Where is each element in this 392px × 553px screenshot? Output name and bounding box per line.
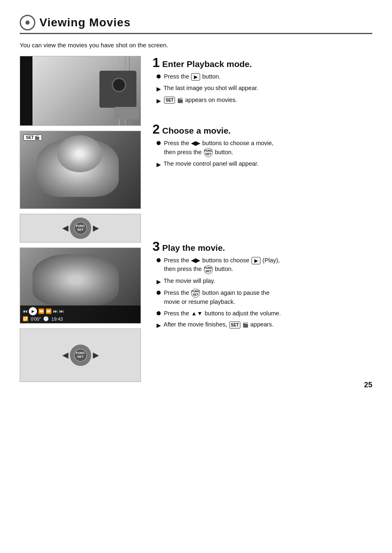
playback-bar: ⏮ ▶ ⏪ ⏩ ⏭ ⏭ 🔁 0'00" 🕐: [20, 305, 141, 323]
intro-text: You can view the movies you have shot on…: [20, 42, 372, 49]
image-func-controls-2: ◀ FUNCSET ▶: [20, 329, 141, 382]
arrow-icon: ▶: [157, 97, 161, 105]
func-set-button-label: FUNCSET: [204, 265, 213, 274]
bullet-dot: [157, 258, 161, 262]
step-3-title: Play the movie.: [162, 243, 225, 253]
bullet-dot: [157, 74, 161, 79]
playback-time-value: 0'00": [31, 317, 41, 322]
step-3-content: Press the ◀▶ buttons to choose ▶ (Play),…: [152, 256, 372, 330]
right-steps-column: 1 Enter Playback mode. Press the ▶ butto…: [152, 56, 372, 382]
set-badge-inline-2: SET: [229, 322, 240, 329]
step-3-bullet-3: Press the FUNCSET button again to pause …: [157, 289, 372, 307]
bullet-dot: [157, 311, 161, 315]
page-title: Viewing Movies: [39, 16, 131, 29]
step-1-number: 1: [152, 56, 160, 69]
main-layout: SET 🎬 ◀ FUNCSET: [20, 56, 372, 382]
step-2-number: 2: [152, 123, 160, 136]
page-number: 25: [364, 381, 372, 389]
arrow-icon: ▶: [157, 160, 161, 169]
step-1-block: 1 Enter Playback mode. Press the ▶ butto…: [152, 56, 372, 108]
arrow-icon: ▶: [157, 321, 161, 330]
func-set-button-label-2: FUNCSET: [191, 289, 200, 298]
end-icon: ⏭: [59, 308, 64, 314]
slow-icon: ⏩: [46, 308, 52, 314]
step-2-bullet-2: ▶ The movie control panel will appear.: [157, 160, 372, 169]
step-1-bullet-1: Press the ▶ button.: [157, 72, 372, 81]
header-circle-icon: [20, 15, 35, 30]
step-2-content: Press the ◀▶ buttons to choose a movie,t…: [152, 139, 372, 169]
page-header: Viewing Movies: [20, 15, 372, 34]
step-1-content: Press the ▶ button. ▶ The last image you…: [152, 72, 372, 105]
play-triangle-icon: ▶: [251, 257, 261, 264]
func-set-button-label: FUNCSET: [204, 148, 213, 157]
arrow-icon: ▶: [157, 278, 161, 286]
next-frame-icon: ⏭: [53, 308, 58, 314]
prev-frame-icon: ⏪: [38, 308, 44, 314]
image-dog-set-badge: SET 🎬: [20, 131, 141, 209]
image-func-controls-1: ◀ FUNCSET ▶: [20, 214, 141, 243]
step-3-number: 3: [152, 240, 160, 253]
step-3-bullet-2: ▶ The movie will play.: [157, 277, 372, 286]
bullet-dot: [157, 141, 161, 145]
clock-icon: 🕐: [43, 316, 49, 322]
set-movie-badge: SET 🎬: [23, 134, 42, 141]
step-1-bullet-3: ▶ SET 🎬 appears on movies.: [157, 96, 372, 105]
image-movie-playback: ⏮ ▶ ⏪ ⏩ ⏭ ⏭ 🔁 0'00" 🕐: [20, 248, 141, 324]
lr-arrows-icon: ◀▶: [191, 256, 200, 265]
page: Viewing Movies You can view the movies y…: [0, 0, 392, 402]
step-2-bullet-1: Press the ◀▶ buttons to choose a movie,t…: [157, 139, 372, 157]
step-3-bullet-5: ▶ After the movie finishes, SET 🎬 appear…: [157, 320, 372, 330]
back-start-icon: ⏮: [23, 308, 28, 314]
play-button-label: ▶: [191, 73, 200, 81]
step-2-block: 2 Choose a movie. Press the ◀▶ buttons t…: [152, 123, 372, 171]
set-badge-inline: SET: [164, 97, 175, 104]
lr-arrows-icon: ◀▶: [191, 139, 200, 148]
step-3-block: 3 Play the movie. Press the ◀▶ buttons t…: [152, 240, 372, 333]
arrow-icon: ▶: [157, 85, 161, 93]
bullet-dot: [157, 291, 161, 295]
step-3-bullet-1: Press the ◀▶ buttons to choose ▶ (Play),…: [157, 256, 372, 274]
step-1-title: Enter Playback mode.: [162, 59, 252, 69]
ud-arrows-icon: ▲▼: [191, 309, 203, 318]
image-camera-hand: [20, 56, 141, 126]
play-button-icon[interactable]: ▶: [29, 307, 37, 315]
repeat-icon: 🔁: [23, 316, 28, 322]
left-images-column: SET 🎬 ◀ FUNCSET: [20, 56, 141, 382]
playback-duration-value: 19:43: [51, 317, 63, 322]
step-1-bullet-2: ▶ The last image you shot will appear.: [157, 84, 372, 93]
layout-spacer: [152, 183, 372, 232]
step-2-title: Choose a movie.: [162, 126, 231, 136]
step-3-bullet-4: Press the ▲▼ buttons to adjust the volum…: [157, 309, 372, 318]
